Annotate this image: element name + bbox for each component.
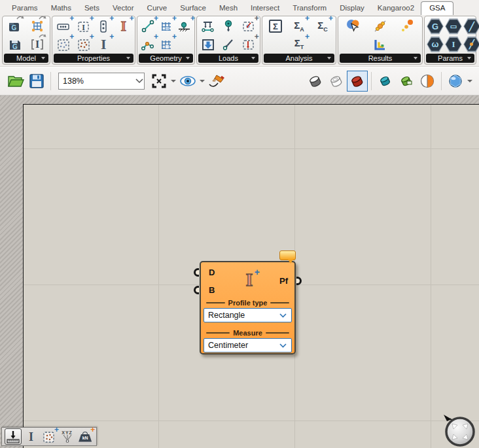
svg-text:I: I <box>82 23 85 32</box>
param-member1d-hex-icon[interactable]: ╱ <box>463 36 479 53</box>
tab-vector[interactable]: Vector <box>106 2 141 14</box>
tab-curve[interactable]: Curve <box>141 2 174 14</box>
create-grid-line-load-icon[interactable]: + <box>240 36 257 53</box>
tab-sets[interactable]: Sets <box>78 2 106 14</box>
kn-load-tool-button[interactable]: kN + <box>77 428 94 445</box>
param-bool6-hex-icon[interactable]: ▭ <box>445 18 462 35</box>
tab-transform[interactable]: Transform <box>286 2 333 14</box>
tab-surface[interactable]: Surface <box>173 2 213 14</box>
create-catalogue-profile-icon[interactable]: I + <box>115 18 132 35</box>
preview-quality-button[interactable] <box>417 71 438 92</box>
ribbon-group-params: G ▭ ╱ ω I ╱ Params <box>424 16 476 65</box>
param-model-hex-icon[interactable]: G <box>427 18 444 35</box>
save-gsa-model-icon[interactable]: G <box>7 36 24 53</box>
profile-tool-button[interactable]: I <box>22 428 39 445</box>
grasshopper-canvas[interactable]: D B Pf I + Profile type Rectangle Measur… <box>0 95 479 448</box>
select-result-icon[interactable] <box>345 18 362 35</box>
create-profile-icon[interactable]: I + <box>95 36 112 53</box>
input-port-b[interactable] <box>194 286 199 294</box>
group-menu-geometry[interactable]: Geometry <box>139 54 193 63</box>
input-label-d: D <box>209 267 215 277</box>
combo-chevron-icon[interactable] <box>135 78 144 84</box>
toolbar-separator <box>50 72 51 90</box>
tab-mesh[interactable]: Mesh <box>213 2 244 14</box>
preview-off-button[interactable] <box>305 71 326 92</box>
create-element2d-icon[interactable]: + <box>158 36 175 53</box>
tab-gsa[interactable]: GSA <box>421 1 453 15</box>
canvas-trackball-widget[interactable] <box>438 409 479 448</box>
group-menu-properties[interactable]: Properties <box>54 54 133 63</box>
group-menu-arrow-icon <box>467 57 471 60</box>
create-spring-property-icon[interactable]: + <box>55 36 72 53</box>
canvas-toolbar <box>0 67 479 95</box>
create-combination-case-icon[interactable]: ΣC + <box>314 18 331 35</box>
message-balloon-icon[interactable] <box>279 250 296 260</box>
material-tool-button[interactable]: + <box>41 428 58 445</box>
param-element1d-hex-icon[interactable]: ╱ <box>463 18 479 35</box>
gsa-model-grid-icon[interactable] <box>29 18 46 35</box>
create-member1d-icon[interactable]: + <box>139 36 156 53</box>
weight-handle <box>82 432 88 434</box>
create-gravity-load-icon[interactable] <box>200 36 217 53</box>
input-port-d[interactable] <box>194 268 199 277</box>
section-header-profile-type: Profile type <box>206 299 289 307</box>
sketch-tool-button[interactable] <box>206 71 227 92</box>
create-profile-icon: I + <box>238 269 261 291</box>
redirect-arrow-icon <box>16 15 24 20</box>
result-points-icon[interactable] <box>399 18 416 35</box>
group-menu-arrow-icon <box>251 57 255 60</box>
measure-dropdown[interactable]: Centimeter <box>204 338 292 353</box>
create-node-load-icon[interactable] <box>220 36 237 53</box>
result-diagram-icon[interactable] <box>372 18 389 35</box>
xyz-point-tool-button[interactable]: XYZ <box>59 428 76 445</box>
save-file-button[interactable] <box>26 71 47 92</box>
svg-text:G: G <box>12 24 17 31</box>
group-menu-arrow-icon <box>414 57 417 60</box>
ribbon-group-model: G G I Model <box>2 16 50 65</box>
redirect-arrow-icon <box>39 15 46 20</box>
zoom-extents-button[interactable] <box>149 71 169 92</box>
preview-shaded-button[interactable] <box>347 71 368 92</box>
create-beam-load-icon[interactable] <box>200 18 217 35</box>
elevation-tool-button[interactable] <box>5 428 22 445</box>
create-material-icon[interactable]: + <box>75 36 92 53</box>
ribbon-group-properties: + I + + I + + + I <box>52 16 135 65</box>
profile-type-dropdown[interactable]: Rectangle <box>204 308 292 322</box>
zoom-options-caret[interactable] <box>171 80 176 82</box>
tab-maths[interactable]: Maths <box>44 2 78 14</box>
preview-mesh-settings-button[interactable] <box>396 71 417 92</box>
ribbon-gsa: G G I Model + I <box>0 14 479 67</box>
result-layered-icon[interactable] <box>372 36 389 53</box>
toolbar-separator <box>441 72 442 90</box>
tab-intersect[interactable]: Intersect <box>244 2 286 14</box>
gsa-section-brackets-icon[interactable]: I <box>29 36 46 53</box>
create-analysis-case-icon[interactable]: ΣT + <box>291 36 308 53</box>
param-offset-hex-icon[interactable]: ω <box>427 36 444 53</box>
preview-eye-button[interactable] <box>177 71 198 92</box>
preview-options-caret[interactable] <box>200 80 205 82</box>
gsa-profile-component[interactable]: D B Pf I + Profile type Rectangle Measur… <box>200 261 296 354</box>
group-menu-results[interactable]: Results <box>340 54 421 63</box>
zoom-level-input[interactable] <box>59 77 135 86</box>
tab-display[interactable]: Display <box>333 2 371 14</box>
group-menu-model[interactable]: Model <box>4 54 48 63</box>
group-menu-arrow-icon <box>186 57 190 60</box>
display-style-button[interactable] <box>445 71 466 92</box>
tab-kangaroo2[interactable]: Kangaroo2 <box>371 2 421 14</box>
create-support-icon[interactable]: + <box>176 18 193 35</box>
analyse-model-icon[interactable]: Σ <box>267 18 284 35</box>
create-point-load-icon[interactable] <box>220 18 237 35</box>
zoom-level-combobox[interactable] <box>58 73 145 90</box>
chevron-down-icon <box>279 343 287 349</box>
tab-params[interactable]: Params <box>5 2 44 14</box>
preview-wireframe-button[interactable] <box>326 71 347 92</box>
param-section-hex-icon[interactable]: I <box>445 36 462 53</box>
group-menu-loads[interactable]: Loads <box>198 54 258 63</box>
group-menu-analysis[interactable]: Analysis <box>264 54 334 63</box>
group-menu-params[interactable]: Params <box>426 54 474 63</box>
open-gsa-model-icon[interactable]: G <box>7 18 24 35</box>
open-file-button[interactable] <box>5 71 26 92</box>
measure-value: Centimeter <box>208 341 248 350</box>
preview-selected-button[interactable] <box>375 71 396 92</box>
display-style-caret[interactable] <box>467 80 472 82</box>
